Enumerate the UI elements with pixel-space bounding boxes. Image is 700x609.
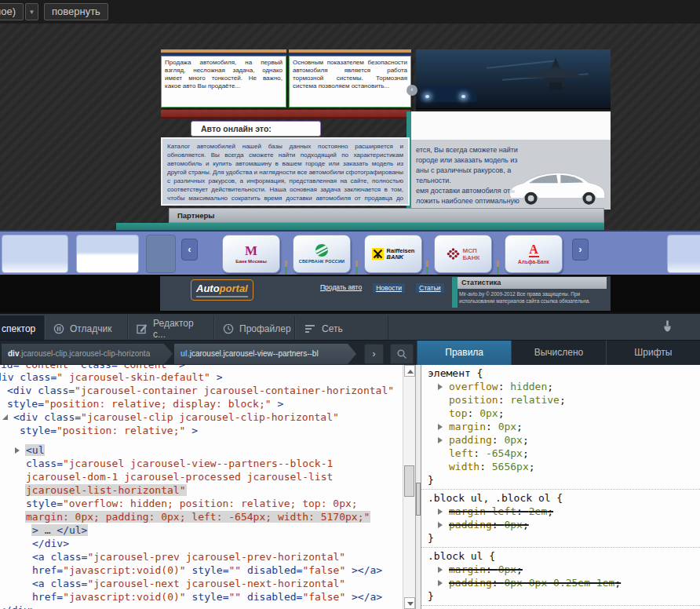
autoportal-logo[interactable]: Autoportal xyxy=(191,279,253,301)
partner-label: Банк Москвы xyxy=(235,259,267,264)
partner-label: МСПБАНК xyxy=(463,247,480,261)
css-property[interactable]: position: relative; xyxy=(421,393,700,407)
tab-label: Отладчик xyxy=(70,323,111,334)
breadcrumb-div[interactable]: div.jcarousel-clip.jcarousel-clip-horizo… xyxy=(2,344,173,364)
markup-line[interactable]: </div> xyxy=(31,537,70,550)
css-property[interactable]: padding: 0px; xyxy=(421,433,700,447)
scroll-up-icon[interactable] xyxy=(404,365,415,377)
devtools-toolbar: спекторОтладчикРедактор с...ПрофайлерСет… xyxy=(0,312,700,340)
scrollbar-thumb[interactable] xyxy=(404,465,414,497)
markup-line[interactable]: <a class="jcarousel-prev jcarousel-prev-… xyxy=(31,550,346,563)
css-property[interactable]: top: 0px; xyxy=(421,407,700,420)
css-property[interactable]: overflow: hidden; xyxy=(421,380,700,393)
partner-card-sberbank[interactable]: СБЕРБАНК РОССИИ xyxy=(293,235,351,273)
search-button[interactable] xyxy=(390,344,414,364)
markup-line[interactable]: div class=" jcarousel-skin-default" > xyxy=(0,370,224,384)
carousel-next-button[interactable]: › xyxy=(572,239,589,261)
css-property[interactable]: margin: 0px; xyxy=(421,563,700,576)
expand-icon[interactable] xyxy=(438,567,443,573)
raiffeisen-logo xyxy=(372,248,384,260)
logo-text-portal: portal xyxy=(220,283,248,294)
partner-card-alfa[interactable]: А Альфа-Банк xyxy=(505,235,563,273)
markup-line[interactable]: class="jcarousel jcarousel-view--partner… xyxy=(25,457,334,470)
devtools-tab-inspector[interactable]: спектор xyxy=(0,315,45,341)
breadcrumb-ul[interactable]: ul.jcarousel.jcarousel-view--partners--b… xyxy=(174,344,356,364)
markup-line[interactable]: style="overflow: hidden; position: relat… xyxy=(25,497,359,510)
css-rule: html, body, div, span, h1, h2, h3, h4, h… xyxy=(421,606,700,609)
sidebar-tab-fonts[interactable]: Шрифты xyxy=(606,341,700,366)
css-property[interactable]: margin: 0px; xyxy=(421,420,700,433)
markup-line[interactable]: <a class="jcarousel-next jcarousel-next-… xyxy=(31,577,346,590)
markup-line[interactable]: <ul xyxy=(25,443,45,457)
css-property[interactable]: left: -654px; xyxy=(421,447,700,460)
clock-icon xyxy=(223,323,234,334)
markup-line[interactable]: style="position: relative; display: bloc… xyxy=(6,397,284,410)
sidebar-tab-computed[interactable]: Вычислено xyxy=(511,341,605,366)
partner-card-bank-moskvy[interactable]: М Банк Москвы xyxy=(222,235,280,273)
breadcrumb-next-button[interactable]: › xyxy=(364,344,384,364)
scroll-down-icon[interactable] xyxy=(404,597,415,609)
chevron-down-icon[interactable]: ▼ xyxy=(25,3,38,20)
teaser-card-sell[interactable]: Продажа автомобиля, на первый взгляд, не… xyxy=(161,56,286,108)
devtools-tab-style-editor[interactable]: Редактор с... xyxy=(128,315,214,341)
css-property[interactable]: padding: 0px 0px 0.25em 1em; xyxy=(421,576,700,589)
devtools-breadcrumb-bar: › ПравилаВычисленоШрифты div.jcarousel-c… xyxy=(0,340,700,365)
expand-icon[interactable] xyxy=(438,424,443,430)
expand-icon[interactable] xyxy=(438,580,443,586)
page-footer: Autoportal Продать автоНовостиСтатьи Ста… xyxy=(160,276,611,311)
expand-icon[interactable] xyxy=(438,509,443,515)
markup-line[interactable]: jcarousel-list-horizontal" xyxy=(25,483,187,497)
about-text: Каталог автомобилей нашей базы данных по… xyxy=(161,137,410,206)
alfa-bank-logo: А xyxy=(529,243,538,255)
footer-link[interactable]: Статьи xyxy=(416,283,444,293)
markup-line[interactable]: jcarousel-dom-1 jcarousel-processed jcar… xyxy=(25,470,334,483)
expand-icon[interactable] xyxy=(15,447,20,454)
partners-heading: Партнеры xyxy=(169,208,604,223)
devtools-tab-debugger[interactable]: Отладчик xyxy=(45,315,128,341)
decor-red-band xyxy=(161,110,410,119)
expand-icon[interactable] xyxy=(438,437,443,443)
markup-line[interactable]: <div class="jcarousel-clip jcarousel-cli… xyxy=(13,410,340,424)
css-rule: .block ul {margin: 0px;padding: 0px 0px … xyxy=(421,548,700,606)
css-property[interactable]: padding: 0px; xyxy=(421,518,700,531)
markup-scrollbar[interactable] xyxy=(403,365,415,609)
css-property[interactable]: width: 5656px; xyxy=(421,460,700,473)
collapse-icon[interactable] xyxy=(2,414,8,420)
devtools-tab-profiler[interactable]: Профайлер xyxy=(214,315,295,341)
carousel-empty-card xyxy=(667,235,700,273)
footer-link[interactable]: Продать авто xyxy=(320,283,362,293)
breadcrumb-selector: .jcarousel.jcarousel-view--partners--bl xyxy=(188,349,319,358)
footer-link[interactable]: Новости xyxy=(373,283,405,293)
breadcrumb-tag: ul xyxy=(180,349,188,358)
markup-line[interactable]: href="javascript:void(0)" style="" disab… xyxy=(31,590,383,604)
expand-icon[interactable] xyxy=(438,522,443,528)
rotate-button[interactable]: повернуть xyxy=(44,3,108,20)
paintbrush-icon[interactable] xyxy=(658,320,676,337)
tab-label: Профайлер xyxy=(239,323,291,334)
css-property[interactable]: margin-left: 2em; xyxy=(421,505,700,518)
search-icon xyxy=(396,348,407,359)
css-rule-close: } xyxy=(421,473,700,487)
markup-line[interactable]: style="position: relative;" > xyxy=(19,424,199,437)
markup-line[interactable]: > … </ul> xyxy=(31,523,88,537)
css-selector: .block ul, .block ol { xyxy=(421,491,700,505)
markup-line[interactable]: <div class="jcarousel-container jcarouse… xyxy=(6,384,395,397)
sberbank-logo xyxy=(315,244,328,257)
panel-splitter[interactable] xyxy=(415,365,421,609)
markup-line[interactable]: margin: 0px; padding: 0px; left: -654px;… xyxy=(25,510,370,523)
css-rule: .block ul, .block ol {margin-left: 2em;p… xyxy=(421,490,700,548)
network-icon xyxy=(304,324,316,334)
devtools-tab-network[interactable]: Сеть xyxy=(295,315,388,341)
markup-line[interactable]: href="javascript:void(0)" style="" disab… xyxy=(31,563,383,577)
device-size-selector[interactable]: мое) xyxy=(0,3,24,20)
video-player[interactable] xyxy=(416,49,611,108)
sidebar-tab-rules[interactable]: Правила xyxy=(417,341,511,366)
partner-card-raiffeisen[interactable]: RaiffeisenBANK xyxy=(364,235,422,273)
carousel-prev-button[interactable]: ‹ xyxy=(181,239,198,261)
markup-line[interactable]: </div> xyxy=(0,604,37,609)
slider-prev-button[interactable]: ‹ xyxy=(407,85,417,96)
partner-card-msp[interactable]: МСПБАНК xyxy=(434,235,492,273)
teaser-card-safety[interactable]: Основным показателем безопасности автомо… xyxy=(289,56,411,108)
css-rule-close: } xyxy=(421,589,700,603)
expand-icon[interactable] xyxy=(438,384,443,390)
